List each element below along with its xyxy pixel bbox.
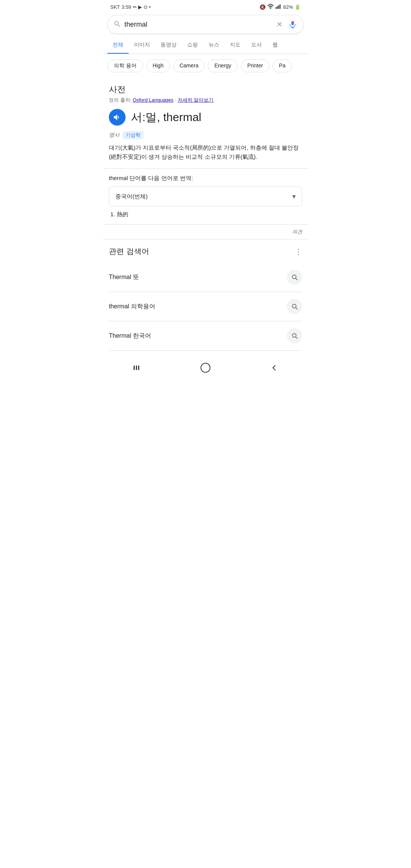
dictionary-section: 사전 정의 출처: Oxford Languages · 자세히 알아보기 서:… (103, 78, 308, 169)
svg-rect-1 (277, 6, 278, 9)
search-icon (113, 20, 121, 29)
chip-의학용어[interactable]: 의학 용어 (107, 59, 143, 72)
chip-energy[interactable]: Energy (208, 59, 237, 72)
battery-icon: 🔋 (295, 4, 301, 10)
related-item-label-2: Thermal 한국어 (109, 332, 151, 340)
language-selector[interactable]: 중국어(번체) ▾ (109, 187, 302, 206)
time: 3:59 (121, 4, 131, 10)
nav-back-button[interactable] (262, 360, 286, 375)
svg-rect-0 (276, 7, 276, 9)
chips-row: 의학 용어 High Camera Energy Printer Pa (103, 54, 308, 78)
search-item-button-1[interactable] (287, 299, 302, 314)
tab-웹[interactable]: 웹 (267, 37, 283, 54)
search-icon-1 (291, 303, 298, 310)
chevron-down-icon: ▾ (292, 192, 296, 201)
source-label: 정의 출처: (109, 97, 131, 103)
oxford-link[interactable]: Oxford Languages (133, 97, 174, 103)
related-item-label-1: thermal 의학용어 (109, 303, 155, 311)
svg-rect-8 (292, 21, 294, 22)
related-title: 관련 검색어 (109, 246, 149, 257)
tab-전체[interactable]: 전체 (107, 37, 129, 54)
tabs: 전체 이미지 동영상 쇼핑 뉴스 지도 도서 웹 (103, 37, 308, 54)
chip-pa[interactable]: Pa (272, 59, 292, 72)
pos-label: 명사 (109, 132, 119, 139)
wifi-icon (267, 4, 274, 10)
status-left: SKT 3:59 ✏ ▶ ⊙ • (110, 4, 151, 10)
tab-쇼핑[interactable]: 쇼핑 (182, 37, 203, 54)
search-icon-2 (291, 332, 298, 340)
more-link[interactable]: 자세히 알아보기 (178, 97, 214, 103)
signal-icon (276, 4, 282, 10)
tab-지도[interactable]: 지도 (225, 37, 246, 54)
translation-section: thermal 단어를 다음 언어로 번역: 중국어(번체) ▾ 1. 熱的 (103, 169, 308, 225)
navigation-bar (103, 354, 308, 382)
mute-icon: 🔇 (260, 4, 266, 10)
svg-rect-9 (134, 365, 135, 370)
nav-home-icon (201, 363, 210, 373)
svg-rect-2 (278, 5, 279, 9)
battery: 82% (283, 4, 293, 10)
nav-home-button[interactable] (193, 360, 218, 376)
clear-button[interactable]: ✕ (276, 20, 283, 29)
related-item-1[interactable]: thermal 의학용어 (109, 292, 302, 321)
search-item-button-2[interactable] (287, 328, 302, 343)
pos-row: 명사 기상학 (109, 131, 302, 139)
status-icons: ✏ ▶ ⊙ • (133, 4, 151, 10)
chip-camera[interactable]: Camera (173, 59, 205, 72)
speaker-button[interactable] (109, 109, 126, 126)
feedback-row: 의견 (103, 225, 308, 239)
search-bar[interactable]: ✕ (107, 15, 304, 34)
nav-back-icon (269, 363, 279, 372)
svg-rect-10 (136, 365, 137, 370)
search-icon-0 (291, 273, 298, 281)
pos-tag: 기상학 (123, 131, 143, 139)
chip-printer[interactable]: Printer (241, 59, 269, 72)
tab-동영상[interactable]: 동영상 (155, 37, 182, 54)
carrier: SKT (110, 4, 120, 10)
speaker-icon (113, 113, 122, 122)
definition-text: 대기(大氣)가 지표로부터 국소적(局所的)으로 가열되어, 하층에 절대 불안… (109, 143, 302, 161)
tab-도서[interactable]: 도서 (246, 37, 267, 54)
svg-rect-11 (138, 365, 139, 370)
translate-title: thermal 단어를 다음 언어로 번역: (109, 175, 302, 182)
svg-rect-3 (280, 4, 280, 9)
source-line: 정의 출처: Oxford Languages · 자세히 알아보기 (109, 97, 302, 104)
feedback-label[interactable]: 의견 (292, 229, 302, 235)
related-item-0[interactable]: Thermal 뜻 (109, 263, 302, 292)
dictionary-title: 사전 (109, 84, 302, 95)
search-item-button-0[interactable] (287, 270, 302, 285)
related-item-2[interactable]: Thermal 한국어 (109, 321, 302, 351)
translation-result: 1. 熱的 (109, 211, 302, 218)
related-item-label-0: Thermal 뜻 (109, 273, 139, 281)
search-input[interactable] (124, 21, 276, 29)
status-bar: SKT 3:59 ✏ ▶ ⊙ • 🔇 82% 🔋 (103, 0, 308, 13)
selected-language: 중국어(번체) (115, 193, 148, 200)
related-searches-section: 관련 검색어 ⋮ Thermal 뜻 thermal 의학용어 Thermal … (103, 239, 308, 351)
word-display: 서:멀, thermal (131, 110, 201, 125)
more-options-button[interactable]: ⋮ (295, 247, 302, 256)
tab-이미지[interactable]: 이미지 (129, 37, 155, 54)
related-header: 관련 검색어 ⋮ (109, 246, 302, 257)
svg-rect-12 (201, 363, 210, 372)
mic-icon[interactable] (287, 19, 298, 30)
chip-high[interactable]: High (146, 59, 170, 72)
nav-menu-icon (132, 363, 142, 372)
word-row: 서:멀, thermal (109, 109, 302, 126)
tab-뉴스[interactable]: 뉴스 (203, 37, 225, 54)
status-right: 🔇 82% 🔋 (260, 4, 301, 10)
nav-menu-button[interactable] (125, 360, 149, 375)
